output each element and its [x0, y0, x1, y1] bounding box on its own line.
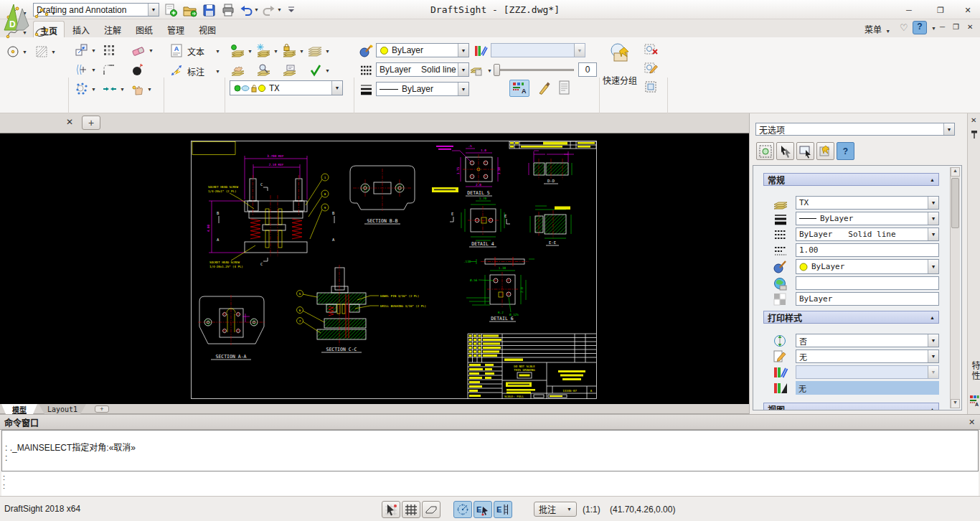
select-matching-button[interactable] [776, 142, 794, 160]
pattern-tool-button[interactable] [102, 43, 116, 57]
dimension-tool-button[interactable]: 标注▼ [169, 63, 220, 79]
scroll-down-icon[interactable]: ▼ [951, 399, 960, 408]
save-button[interactable] [202, 4, 216, 17]
tab-insert[interactable]: 插入 [66, 21, 96, 37]
etrack-toggle[interactable]: E [494, 501, 512, 518]
prop-linestyle-combo[interactable]: ByLayerSolid line▼ [796, 227, 939, 241]
palette-scrollbar[interactable]: ▲ ▼ [950, 167, 960, 408]
properties-paper-icon[interactable] [558, 80, 570, 95]
palette-side-tab[interactable]: 特性 [969, 361, 980, 381]
palette-close-icon[interactable]: ✕ [971, 116, 976, 124]
print-button[interactable] [221, 3, 235, 17]
doc-tab-close-icon[interactable]: ✕ [66, 117, 73, 127]
join-tool-button[interactable]: ▼ [102, 82, 125, 96]
select-window-button[interactable] [796, 142, 814, 160]
quick-group-button[interactable] [607, 42, 633, 66]
text-tool-button[interactable]: A文本▼ [169, 43, 220, 59]
close-button[interactable]: ✕ [957, 4, 979, 16]
grip-edit-tool-button[interactable]: ▼ [131, 82, 152, 96]
help-dropdown-icon[interactable]: ▼ [931, 26, 936, 31]
chevron-down-icon[interactable]: ▼ [458, 63, 468, 76]
redo-button[interactable] [263, 4, 275, 17]
annotation-scale-combo[interactable]: 批注▼ [534, 502, 577, 517]
explode-tool-button[interactable] [131, 62, 145, 77]
tab-sheet[interactable]: 图纸 [129, 21, 159, 37]
move-tool-button[interactable]: ▼ [75, 43, 96, 57]
ortho-toggle[interactable] [422, 501, 440, 518]
layer-states-button[interactable]: ▼ [308, 62, 330, 78]
command-input-area[interactable]: : : [1, 471, 979, 496]
new-sheet-tab-button[interactable]: + [95, 405, 109, 413]
tab-model[interactable]: 模型 [1, 404, 37, 414]
lineweight-combo[interactable]: ByLayer ▼ [376, 82, 469, 96]
prop-transparency-input[interactable]: ByLayer [796, 292, 939, 306]
section-print-style[interactable]: 打印样式▲ [763, 311, 939, 324]
tab-manage[interactable]: 管理 [161, 21, 191, 37]
erase-tool-button[interactable]: ▼ [131, 43, 154, 57]
tab-annotate[interactable]: 注解 [98, 21, 128, 37]
prop-linescale-input[interactable]: 1.00 [796, 243, 939, 257]
edit-group-button[interactable] [644, 62, 659, 75]
chevron-down-icon[interactable]: ▼ [148, 4, 159, 16]
quick-select-button[interactable] [816, 142, 834, 160]
trim-corner-tool-button[interactable] [102, 62, 116, 77]
layer-freeze-button[interactable]: ▼ [255, 43, 278, 59]
restore-button[interactable]: ❐ [930, 4, 951, 16]
quick-group-label[interactable]: 快速分组 [595, 74, 644, 86]
lineweight-slider-handle[interactable] [494, 64, 500, 76]
palette-pin-icon[interactable] [971, 131, 978, 139]
tab-view[interactable]: 视图 [192, 21, 222, 37]
select-entities-button[interactable] [756, 142, 774, 160]
layer-preview-button[interactable] [255, 62, 271, 78]
esnap-toggle[interactable]: E [473, 501, 492, 518]
favorites-heart-icon[interactable]: ♡ [900, 22, 908, 33]
doc-minimize-button[interactable]: ─ [940, 23, 945, 31]
smart-pointer-toggle[interactable] [382, 501, 400, 518]
new-file-button[interactable] [164, 4, 178, 17]
layer-properties-button[interactable] [281, 62, 297, 78]
print-flip-combo[interactable]: 否▼ [796, 334, 939, 347]
group-toggle-button[interactable] [644, 80, 659, 93]
lineweight-slider-track[interactable] [494, 69, 574, 71]
undo-button[interactable] [240, 4, 253, 17]
tab-layout1[interactable]: Layout1 [39, 404, 86, 414]
layer-combo[interactable]: TX ▼ [230, 80, 343, 95]
lineweight-scale-button[interactable]: ▼ [469, 63, 492, 78]
new-doc-tab-button[interactable]: + [82, 116, 100, 130]
split-tool-button[interactable]: ▼ [75, 62, 96, 77]
redo-dropdown-icon[interactable]: ▼ [277, 7, 282, 12]
annotation-scale-button[interactable]: A [509, 80, 529, 97]
scroll-up-icon[interactable]: ▲ [951, 167, 960, 177]
linestyle-combo[interactable]: ByLayer Solid line ▼ [376, 62, 469, 77]
print-assigned-field-selected[interactable]: 无 [796, 381, 939, 395]
selection-filter-combo[interactable]: 无选项 ▼ [755, 123, 955, 136]
chevron-down-icon[interactable]: ▼ [458, 83, 468, 95]
section-general[interactable]: 常规▲ [763, 173, 939, 186]
format-painter-icon[interactable] [537, 81, 551, 95]
lineweight-slider-value[interactable]: 0 [578, 62, 597, 77]
hatch-tool-button[interactable]: ▼ [34, 44, 56, 59]
ungroup-button[interactable] [644, 43, 659, 56]
layer-activate-button[interactable] [230, 62, 245, 78]
command-window-close-icon[interactable]: ✕ [969, 418, 975, 427]
prop-hyperlink-input[interactable] [796, 276, 939, 290]
open-file-button[interactable] [182, 4, 197, 17]
layer-manager-button[interactable]: ▼ [230, 43, 253, 59]
print-style-combo[interactable]: 无▼ [796, 349, 939, 363]
chevron-down-icon[interactable]: ▼ [331, 81, 342, 95]
ellipse-tool-button[interactable]: ▼ [34, 25, 56, 39]
help-button[interactable]: ? [913, 21, 927, 34]
doc-restore-button[interactable]: ❐ [953, 23, 959, 31]
prop-lineweight-combo[interactable]: ByLayer▼ [796, 212, 939, 225]
prop-layer-combo[interactable]: TX▼ [796, 196, 939, 210]
doc-close-button[interactable]: ✕ [967, 23, 973, 31]
linecolor-combo[interactable]: ByLayer ▼ [376, 43, 469, 57]
prop-color-combo[interactable]: ByLayer▼ [796, 259, 939, 274]
polar-toggle[interactable] [453, 501, 472, 518]
section-view[interactable]: 视图▲ [763, 403, 939, 410]
chevron-down-icon[interactable]: ▼ [458, 44, 468, 57]
drawing-canvas[interactable]: 3.700 REF 2.10 REF 4.00 C C B A B A 1 8 … [0, 133, 749, 404]
layer-lock-button[interactable]: ▼ [281, 43, 304, 59]
scrollbar-thumb[interactable] [951, 178, 959, 228]
chevron-down-icon[interactable]: ▼ [943, 123, 954, 135]
